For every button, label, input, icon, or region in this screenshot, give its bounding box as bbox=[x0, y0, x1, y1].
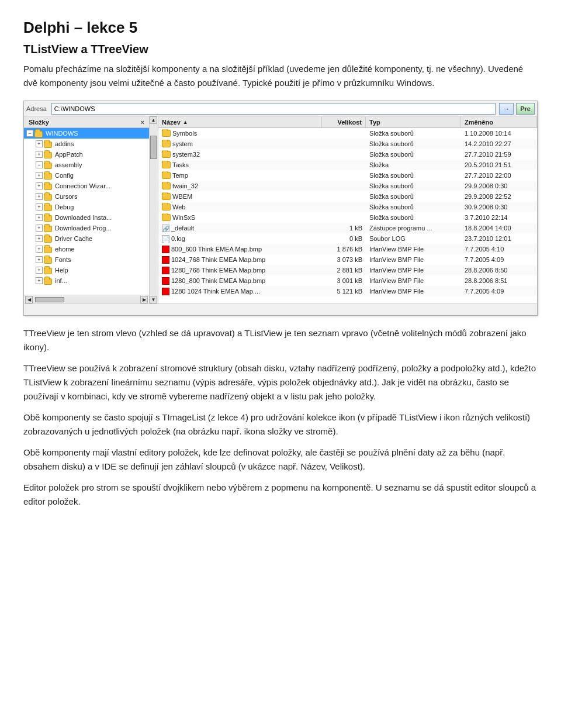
list-item[interactable]: 1024_768 Think EMEA Map.bmp3 073 kBIrfan… bbox=[158, 254, 537, 265]
tree-item[interactable]: −assembly bbox=[24, 160, 149, 170]
list-cell-name: 1280 1024 Think EMEA Map.... bbox=[158, 287, 322, 296]
list-item[interactable]: WebSložka souborů30.9.2008 0:30 bbox=[158, 202, 537, 212]
tree-scroll-left[interactable]: ◀ bbox=[25, 296, 33, 303]
tree-item[interactable]: +Downloaded Prog... bbox=[24, 223, 149, 233]
list-item[interactable]: TempSložka souborů27.7.2010 22:00 bbox=[158, 170, 537, 181]
expand-icon[interactable]: + bbox=[36, 256, 43, 263]
expand-icon[interactable]: + bbox=[36, 203, 43, 211]
list-cell-type: Složka souborů bbox=[366, 182, 461, 190]
tree-item[interactable]: +Cursors bbox=[24, 191, 149, 202]
folder-icon bbox=[44, 171, 53, 180]
list-item[interactable]: 1280 1024 Think EMEA Map....5 121 kBIrfa… bbox=[158, 286, 537, 296]
tree-header: Složky × bbox=[24, 116, 149, 128]
tree-item-label: WINDOWS bbox=[46, 130, 78, 137]
tree-item[interactable]: +addins bbox=[24, 139, 149, 149]
tree-scroll-right[interactable]: ▶ bbox=[140, 296, 148, 303]
expand-icon[interactable]: + bbox=[36, 235, 43, 242]
list-cell-name: system32 bbox=[158, 150, 322, 158]
list-item-name-text: 1024_768 Think EMEA Map.bmp bbox=[171, 256, 265, 263]
list-header-date[interactable]: Změněno bbox=[461, 116, 537, 127]
address-input[interactable] bbox=[51, 103, 496, 115]
expand-icon[interactable]: + bbox=[36, 225, 43, 232]
tree-item[interactable]: −WINDOWS bbox=[24, 128, 149, 139]
list-cell-size: 3 073 kB bbox=[322, 256, 366, 264]
paragraph-5: Obě komponenty mají vlastní editory polo… bbox=[23, 446, 538, 474]
list-item-name-text: 1280 1024 Think EMEA Map.... bbox=[171, 288, 260, 295]
list-item[interactable]: 1280_768 Think EMEA Map.bmp2 881 kBIrfan… bbox=[158, 265, 537, 275]
list-header-name[interactable]: Název ▲ bbox=[158, 116, 322, 127]
tree-item[interactable]: +Config bbox=[24, 170, 149, 181]
list-item[interactable]: WBEMSložka souborů29.9.2008 22:52 bbox=[158, 191, 537, 202]
list-cell-date: 7.7.2005 4:09 bbox=[461, 256, 537, 264]
list-cell-type: IrfanView BMP File bbox=[366, 287, 461, 295]
list-cell-name: WinSxS bbox=[158, 213, 322, 222]
list-header-type[interactable]: Typ bbox=[366, 116, 461, 127]
tree-item[interactable]: +Downloaded Insta... bbox=[24, 212, 149, 223]
list-cell-type: Složka souborů bbox=[366, 192, 461, 201]
list-item[interactable]: WinSxSSložka souborů3.7.2010 22:14 bbox=[158, 212, 537, 223]
list-item[interactable]: twain_32Složka souborů29.9.2008 0:30 bbox=[158, 181, 537, 191]
tree-item[interactable]: +AppPatch bbox=[24, 149, 149, 160]
tree-scroll-up[interactable]: ▲ bbox=[150, 116, 157, 124]
list-item-name-text: system32 bbox=[172, 151, 200, 158]
folder-icon bbox=[44, 140, 53, 148]
tree-item-label: Connection Wizar... bbox=[55, 182, 110, 189]
list-item[interactable]: SymbolsSložka souborů1.10.2008 10:14 bbox=[158, 128, 537, 139]
list-item-name-text: twain_32 bbox=[172, 182, 198, 189]
list-cell-type: Složka souborů bbox=[366, 140, 461, 148]
tree-item[interactable]: +Fonts bbox=[24, 254, 149, 265]
list-item[interactable]: systemSložka souborů14.2.2010 22:27 bbox=[158, 139, 537, 149]
folder-icon bbox=[44, 245, 53, 253]
expand-icon[interactable]: + bbox=[36, 140, 43, 147]
tree-scroll-down[interactable]: ▼ bbox=[150, 296, 157, 303]
expand-icon[interactable]: + bbox=[36, 182, 43, 189]
tree-item[interactable]: +Debug bbox=[24, 202, 149, 212]
list-cell-size: 5 121 kB bbox=[322, 287, 366, 295]
paragraph-2: TTreeView je ten strom vlevo (vzhled se … bbox=[23, 326, 538, 354]
list-item[interactable]: TasksSložka20.5.2010 21:51 bbox=[158, 160, 537, 170]
expand-icon[interactable]: − bbox=[36, 161, 43, 168]
tree-item[interactable]: +Driver Cache bbox=[24, 233, 149, 244]
folder-icon bbox=[44, 277, 53, 285]
expand-icon[interactable]: − bbox=[26, 130, 33, 137]
expand-icon[interactable]: + bbox=[36, 267, 43, 274]
expand-icon[interactable]: + bbox=[36, 277, 43, 284]
list-cell-size bbox=[322, 206, 366, 208]
tree-item[interactable]: +Help bbox=[24, 265, 149, 275]
expand-icon[interactable]: + bbox=[36, 193, 43, 200]
tree-close-button[interactable]: × bbox=[141, 119, 144, 126]
list-cell-size bbox=[322, 154, 366, 155]
explorer-statusbar bbox=[24, 303, 537, 315]
list-cell-name: Temp bbox=[158, 171, 322, 180]
tree-item[interactable]: +Connection Wizar... bbox=[24, 181, 149, 191]
list-item[interactable]: 📄0.log0 kBSoubor LOG23.7.2010 12:01 bbox=[158, 233, 537, 244]
list-cell-date: 7.7.2005 4:09 bbox=[461, 287, 537, 295]
list-cell-size: 3 001 kB bbox=[322, 277, 366, 285]
pre-button[interactable]: Pre bbox=[516, 103, 535, 115]
tree-scrollbar: ▲ ▼ bbox=[149, 116, 158, 303]
list-cell-size bbox=[322, 143, 366, 144]
list-item[interactable]: 🔗_default1 kBZástupce programu ...18.8.2… bbox=[158, 223, 537, 233]
tree-item[interactable]: +inf... bbox=[24, 275, 149, 286]
expand-icon[interactable]: + bbox=[36, 151, 43, 158]
tree-item-label: Debug bbox=[55, 203, 74, 211]
list-item[interactable]: system32Složka souborů27.7.2010 21:59 bbox=[158, 149, 537, 160]
list-cell-name: 1280_800 Think EMEA Map.bmp bbox=[158, 277, 322, 285]
expand-icon[interactable]: + bbox=[36, 172, 43, 179]
list-cell-date: 20.5.2010 21:51 bbox=[461, 161, 537, 169]
list-header-size[interactable]: Velikost bbox=[322, 116, 366, 127]
expand-icon[interactable]: + bbox=[36, 246, 43, 253]
expand-icon[interactable]: + bbox=[36, 214, 43, 221]
folder-file-icon bbox=[162, 172, 171, 179]
list-cell-type: Složka bbox=[366, 161, 461, 169]
go-button[interactable]: → bbox=[499, 103, 514, 115]
folder-file-icon bbox=[162, 130, 171, 137]
list-item[interactable]: 1280_800 Think EMEA Map.bmp3 001 kBIrfan… bbox=[158, 275, 537, 286]
list-item-name-text: 1280_768 Think EMEA Map.bmp bbox=[171, 267, 265, 274]
bmp-file-icon bbox=[162, 267, 169, 274]
list-rows: SymbolsSložka souborů1.10.2008 10:14syst… bbox=[158, 128, 537, 296]
list-item[interactable]: 800_600 Think EMEA Map.bmp1 876 kBIrfanV… bbox=[158, 244, 537, 254]
tree-item[interactable]: +ehome bbox=[24, 244, 149, 254]
list-cell-type: Soubor LOG bbox=[366, 234, 461, 243]
list-cell-size bbox=[322, 185, 366, 187]
